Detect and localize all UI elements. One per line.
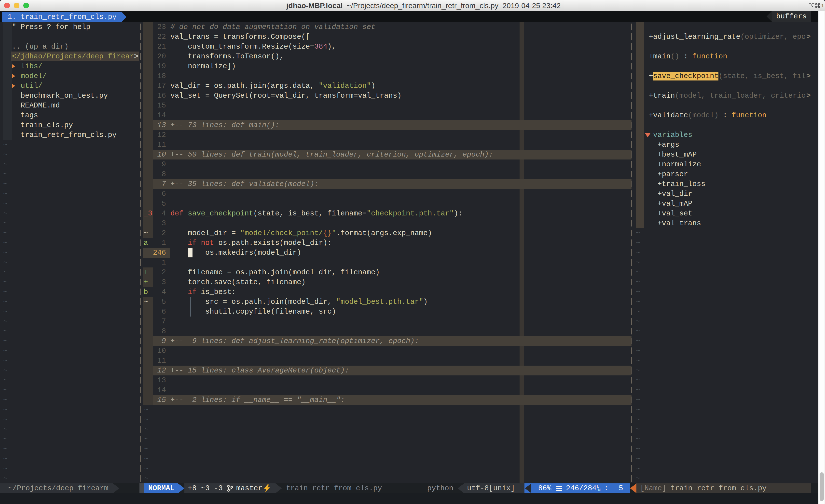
svg-text:1: 1 [821, 3, 824, 8]
